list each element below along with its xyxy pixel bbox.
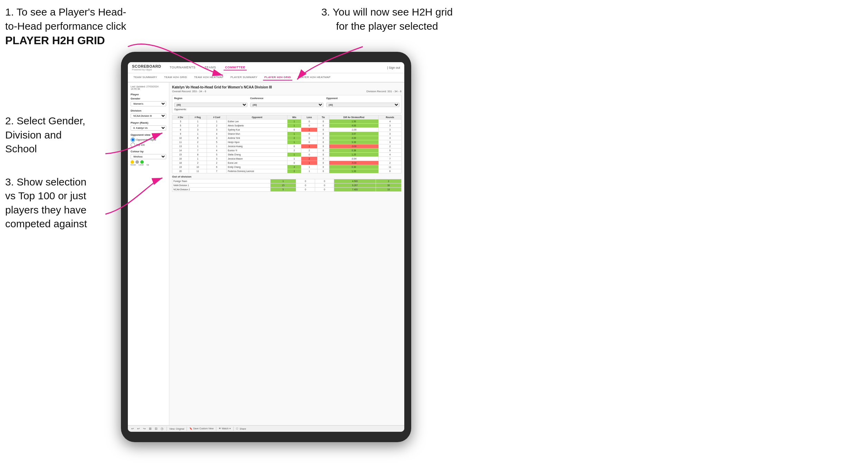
filter-region: Region <box>174 97 247 100</box>
th-tie: Tie <box>317 115 329 120</box>
th-conf: # Conf <box>207 115 227 120</box>
sidebar-gender-select[interactable]: Women's <box>131 101 166 106</box>
nav-committee[interactable]: COMMITTEE <box>224 65 247 70</box>
toolbar-undo[interactable]: ↩ <box>131 427 135 431</box>
th-loss: Loss <box>301 115 318 120</box>
content-area: Katelyn Vo Head-to-Head Grid for Women's… <box>169 83 404 425</box>
colour-level-label: Level <box>139 164 143 166</box>
nav-items: TOURNAMENTS TEAMS COMMITTEE <box>168 65 382 70</box>
logo-area: SCOREBOARD Powered by clippd <box>132 64 163 71</box>
toolbar-watch-label: Watch <box>222 427 229 430</box>
filter-region-select-group: (All) <box>174 101 247 107</box>
filter-conference: Conference <box>250 97 323 100</box>
instruction-select: 2. Select Gender,Division andSchool <box>5 114 107 156</box>
tablet-device: SCOREBOARD Powered by clippd TOURNAMENTS… <box>121 52 411 442</box>
tablet-screen: SCOREBOARD Powered by clippd TOURNAMENTS… <box>128 62 404 432</box>
out-of-division-table: Foreign Team1004.5002NAIA Division 11500… <box>172 179 402 192</box>
sidebar-division-select[interactable]: NCAA Division III <box>131 113 166 118</box>
toolbar-redo[interactable]: ↪ <box>142 427 147 431</box>
sub-nav-player-h2h-heatmap[interactable]: PLAYER H2H HEATMAP <box>296 75 332 80</box>
sidebar-division-label: Division <box>131 109 166 112</box>
division-record: Division Record: 331 - 34 - 6 <box>367 90 402 93</box>
th-reg: # Reg <box>189 115 207 120</box>
sidebar-colour-label: Colour by <box>131 150 166 153</box>
logo-sub: Powered by clippd <box>132 68 163 71</box>
sidebar: Last Updated: 27/03/2024 16:55:38 Player… <box>128 83 169 425</box>
nav-teams[interactable]: TEAMS <box>203 65 218 70</box>
sidebar-player-rank: Player (Rank) 8. Katelyn Vo <box>131 121 166 131</box>
sub-nav-team-summary[interactable]: TEAM SUMMARY <box>132 75 159 80</box>
radio-opponents-played-input[interactable] <box>131 137 135 142</box>
data-table: # Div # Reg # Conf Opponent Win Loss Tie… <box>172 115 402 173</box>
filter-opponent: Opponent <box>326 97 399 100</box>
sub-nav-player-summary[interactable]: PLAYER SUMMARY <box>229 75 259 80</box>
filter-opponent-label: Opponent <box>326 97 399 99</box>
overall-record: Overall Record: 353 - 34 - 6 <box>172 90 206 93</box>
nav-right: | Sign out <box>387 66 400 69</box>
colour-circle-level <box>135 160 139 164</box>
instruction-top-left: 1. To see a Player's Head- to-Head perfo… <box>5 5 136 48</box>
sidebar-opponent-view-label: Opponent view <box>131 133 166 136</box>
opponents-label: Opponents: <box>174 108 399 111</box>
sub-nav-team-h2h-grid[interactable]: TEAM H2H GRID <box>163 75 189 80</box>
toolbar-divider4 <box>233 427 234 431</box>
toolbar-copy[interactable]: ⊞ <box>148 427 152 431</box>
sidebar-player-rank-label: Player (Rank) <box>131 121 166 124</box>
toolbar-divider1 <box>167 427 167 431</box>
instruction-line1: 1. To see a Player's Head- <box>5 6 126 18</box>
toolbar: ↩ ↩ ↪ ⊞ ⊟ ◷ View: Original 🔖 Save Custom… <box>128 425 404 432</box>
th-div: # Div <box>172 115 189 120</box>
filter-row-selects: (All) (All) (All) <box>174 101 399 107</box>
nav-bar: SCOREBOARD Powered by clippd TOURNAMENTS… <box>128 62 404 73</box>
main-content: Last Updated: 27/03/2024 16:55:38 Player… <box>128 83 404 425</box>
filter-region-label: Region <box>174 97 247 99</box>
sub-nav-team-h2h-heatmap[interactable]: TEAM H2H HEATMAP <box>192 75 225 80</box>
logo-text: SCOREBOARD <box>132 64 163 68</box>
filter-row-main: Region Conference Opponent <box>174 97 399 100</box>
sidebar-gender: Gender Women's <box>131 97 166 106</box>
sidebar-colour-legend: Colour by Win/loss Down Level Up <box>131 150 166 166</box>
filter-conference-select[interactable]: (All) <box>250 103 323 107</box>
sidebar-colour-select[interactable]: Win/loss <box>131 154 166 159</box>
toolbar-reset[interactable]: ◷ <box>160 427 164 431</box>
toolbar-undo2[interactable]: ↩ <box>136 427 141 431</box>
th-diff: Diff Av Strokes/Rnd <box>329 115 379 120</box>
toolbar-save-custom-label: Save Custom View <box>193 427 214 430</box>
radio-top100-label: Top 100 <box>136 144 145 146</box>
sub-nav-player-h2h-grid[interactable]: PLAYER H2H GRID <box>263 75 292 80</box>
sidebar-player-rank-select[interactable]: 8. Katelyn Vo <box>131 125 166 131</box>
page-title: Katelyn Vo Head-to-Head Grid for Women's… <box>172 85 402 89</box>
filter-opponent-select-group: (All) <box>326 101 399 107</box>
instruction-line2: to-Head performance click <box>5 20 126 32</box>
left-instructions: 2. Select Gender,Division andSchool 3. S… <box>5 114 107 231</box>
colour-circles <box>131 160 166 164</box>
instruction-bold: PLAYER H2H GRID <box>5 34 105 47</box>
toolbar-divider3 <box>216 427 216 431</box>
colour-up-label: Up <box>147 164 149 166</box>
toolbar-view-original[interactable]: View: Original <box>169 428 184 430</box>
sidebar-radio-opponents-played: Opponents Played <box>131 137 166 142</box>
nav-sign-out[interactable]: Sign out <box>389 66 400 69</box>
toolbar-save-custom[interactable]: 🔖 Save Custom View <box>189 427 214 430</box>
out-of-division-title: Out of division <box>172 175 402 178</box>
sidebar-timestamp: Last Updated: 27/03/2024 16:55:38 <box>131 85 166 90</box>
colour-circle-down <box>131 160 134 164</box>
toolbar-divider2 <box>187 427 187 431</box>
toolbar-paste[interactable]: ⊟ <box>154 427 158 431</box>
toolbar-watch[interactable]: 👁 Watch ▾ <box>219 427 230 430</box>
filter-region-select[interactable]: (All) <box>174 103 247 107</box>
opponents-label-text: Opponents: <box>174 108 187 111</box>
filter-conference-label: Conference <box>250 97 323 99</box>
toolbar-share[interactable]: Share <box>240 428 246 430</box>
record-row: Overall Record: 353 - 34 - 6 Division Re… <box>172 90 402 93</box>
instruction-top-right: 3. You will now see H2H gridfor the play… <box>301 5 473 33</box>
radio-top100-input[interactable] <box>131 143 135 147</box>
sub-nav: TEAM SUMMARY TEAM H2H GRID TEAM H2H HEAT… <box>128 73 404 83</box>
nav-tournaments[interactable]: TOURNAMENTS <box>168 65 197 70</box>
filter-opponent-select[interactable]: (All) <box>326 103 399 107</box>
filter-section: Region Conference Opponent (All) <box>172 95 402 113</box>
colour-down-label: Down <box>131 164 136 166</box>
sidebar-player-section: Player Gender Women's Division NCAA Divi… <box>131 93 166 131</box>
colour-labels: Down Level Up <box>131 164 166 166</box>
th-win: Win <box>287 115 301 120</box>
